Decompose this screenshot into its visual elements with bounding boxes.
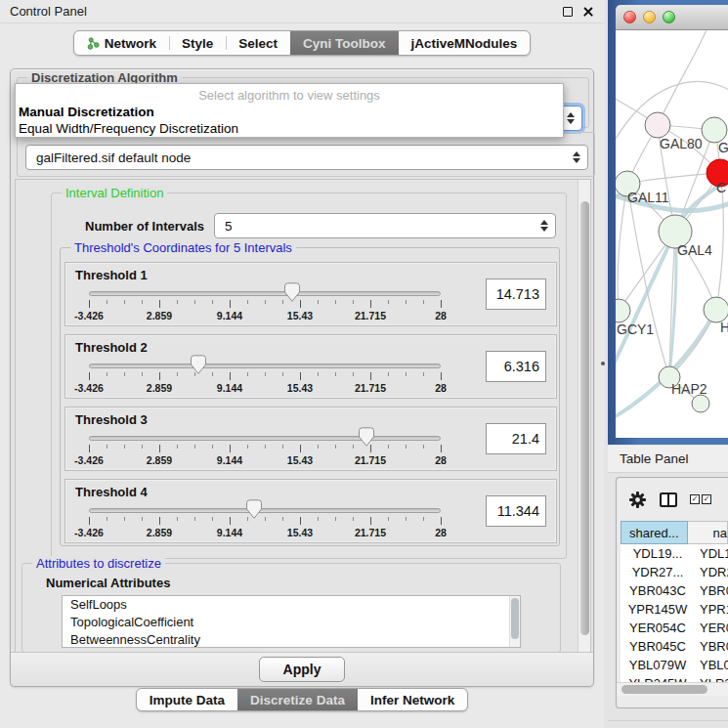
tab-label: Discretize Data: [250, 693, 345, 707]
tab-impute-data[interactable]: Impute Data: [137, 689, 237, 710]
checkbox-icon: ✓: [702, 494, 711, 504]
stepper-icon: [570, 151, 583, 163]
slider-ruler: [89, 445, 441, 452]
table-h-scrollbar[interactable]: [617, 682, 728, 696]
apply-bar: Apply: [11, 652, 593, 686]
close-traffic-light-icon[interactable]: [623, 11, 636, 23]
tab-infer-network[interactable]: Infer Network: [358, 689, 467, 710]
settings-scrollbar[interactable]: [578, 180, 590, 653]
tab-label: Cyni Toolbox: [303, 36, 386, 51]
network-node-label: GCY1: [617, 321, 654, 337]
dropdown-option-manual[interactable]: Manual Discretization: [19, 105, 154, 119]
network-view-canvas[interactable]: GAL80GACGAL11GAL4GCY1HHAP2: [616, 30, 728, 438]
table-row[interactable]: YER054CYER0: [621, 619, 728, 637]
slider-track[interactable]: [89, 436, 441, 441]
table-panel-titlebar: Table Panel: [608, 446, 728, 473]
algorithm-dropdown-popup: Select algorithm to view settings Manual…: [15, 83, 564, 138]
list-scrollbar[interactable]: [509, 596, 520, 647]
table-data-select[interactable]: galFiltered.sif default node: [25, 145, 588, 170]
close-icon[interactable]: [582, 6, 594, 18]
table-row[interactable]: YBR045CYBR0: [621, 637, 728, 656]
column-header-shared-name[interactable]: shared...: [621, 521, 688, 544]
numerical-attributes-label: Numerical Attributes: [46, 576, 170, 590]
threshold-value-field[interactable]: 14.713: [486, 278, 546, 310]
dropdown-option-equal-width[interactable]: Equal Width/Frequency Discretization: [19, 121, 238, 136]
stepper-icon: [564, 112, 578, 124]
status-divider: [608, 720, 728, 721]
cyni-panel: Discretization Algorithm Select algorith…: [10, 68, 594, 687]
node-table-window: ✓ ✓ shared... na YDL19...YDL1YDR27...YDR…: [616, 477, 728, 708]
network-node[interactable]: [645, 112, 670, 138]
node-table: shared... na YDL19...YDL1YDR27...YDR2YBR…: [621, 521, 728, 682]
table-row[interactable]: YDL19...YDL1: [621, 544, 728, 563]
table-panel-title: Table Panel: [620, 451, 689, 466]
interval-definition-group: Interval Definition Number of Intervals …: [51, 193, 567, 559]
tab-label: Select: [238, 36, 278, 51]
network-node-label: GAL11: [627, 190, 669, 205]
number-of-intervals-value: 5: [225, 219, 537, 234]
checkbox-icons[interactable]: ✓ ✓: [690, 494, 711, 504]
threshold-slider: Threshold 2 -3.4262.8599.14415.4321.7152…: [64, 334, 557, 399]
network-node-label: C: [716, 180, 726, 195]
number-of-intervals-select[interactable]: 5: [214, 213, 556, 238]
tab-discretize-data[interactable]: Discretize Data: [237, 689, 358, 710]
table-row[interactable]: YPR145WYPR1: [621, 600, 728, 619]
slider-ruler: [89, 517, 441, 525]
threshold-label: Threshold 4: [75, 485, 148, 499]
table-row[interactable]: YBL079WYBL0: [621, 656, 728, 674]
splitter-handle[interactable]: [601, 362, 605, 365]
table-header-row: shared... na: [621, 521, 728, 544]
list-item[interactable]: SelfLoops: [63, 596, 520, 614]
control-panel: Control Panel Network Style: [0, 0, 604, 728]
slider-track[interactable]: [89, 508, 441, 513]
network-node-label: GA: [718, 140, 728, 155]
threshold-label: Threshold 1: [75, 268, 148, 282]
slider-tick-labels: -3.4262.8599.14415.4321.71528: [89, 527, 441, 538]
tab-network[interactable]: Network: [74, 31, 169, 55]
slider-track[interactable]: [89, 364, 441, 368]
columns-icon[interactable]: [660, 492, 677, 507]
list-item[interactable]: BetweennessCentrality: [63, 631, 520, 648]
threshold-value-field[interactable]: 21.4: [486, 423, 546, 454]
table-row[interactable]: YLR345WYLR3: [621, 674, 728, 682]
tab-label: Network: [105, 36, 156, 51]
slider-ruler: [89, 372, 441, 380]
slider-tick-labels: -3.4262.8599.14415.4321.71528: [89, 310, 441, 321]
slider-track[interactable]: [89, 291, 441, 296]
network-node[interactable]: [616, 299, 630, 322]
apply-button[interactable]: Apply: [259, 657, 346, 682]
tab-jactivemnodules[interactable]: jActiveMNodules: [399, 31, 531, 55]
threshold-value-field[interactable]: 11.344: [486, 495, 546, 527]
table-row[interactable]: YBR043CYBR0: [621, 581, 728, 600]
threshold-slider: Threshold 3 -3.4262.8599.14415.4321.7152…: [64, 407, 557, 471]
threshold-slider: Threshold 1 -3.4262.8599.14415.4321.7152…: [64, 262, 557, 326]
control-panel-titlebar: Control Panel: [0, 0, 604, 23]
table-data-value: galFiltered.sif default node: [36, 150, 570, 165]
slider-tick-labels: -3.4262.8599.14415.4321.71528: [89, 454, 441, 466]
network-window-titlebar: [616, 5, 728, 30]
network-node[interactable]: [692, 395, 709, 412]
gear-icon[interactable]: [628, 491, 647, 509]
threshold-label: Threshold 3: [75, 412, 148, 427]
minimize-traffic-light-icon[interactable]: [643, 11, 656, 23]
network-node-label: GAL4: [677, 242, 712, 258]
app-root: Control Panel Network Style: [0, 0, 728, 728]
tab-select[interactable]: Select: [226, 31, 290, 55]
threshold-value-field[interactable]: 6.316: [486, 351, 546, 382]
float-window-icon[interactable]: [563, 7, 573, 17]
column-header-name[interactable]: na: [688, 521, 728, 544]
number-of-intervals-label: Number of Intervals: [85, 219, 204, 234]
checkbox-icon: ✓: [690, 494, 700, 504]
threshold-slider: Threshold 4 -3.4262.8599.14415.4321.7152…: [64, 479, 557, 543]
list-item[interactable]: TopologicalCoefficient: [63, 614, 520, 631]
table-row[interactable]: YDR27...YDR2: [621, 563, 728, 581]
thresholds-group: Threshold's Coordinates for 5 Intervals …: [60, 247, 560, 546]
tab-cyni-toolbox[interactable]: Cyni Toolbox: [290, 31, 399, 55]
numerical-attributes-list[interactable]: SelfLoopsTopologicalCoefficientBetweenne…: [62, 595, 521, 648]
zoom-traffic-light-icon[interactable]: [663, 11, 675, 23]
control-panel-title: Control Panel: [10, 4, 87, 19]
tab-label: Style: [182, 36, 213, 51]
dropdown-hint: Select algorithm to view settings: [16, 88, 563, 103]
tab-style[interactable]: Style: [169, 31, 226, 55]
stepper-icon: [537, 220, 551, 232]
